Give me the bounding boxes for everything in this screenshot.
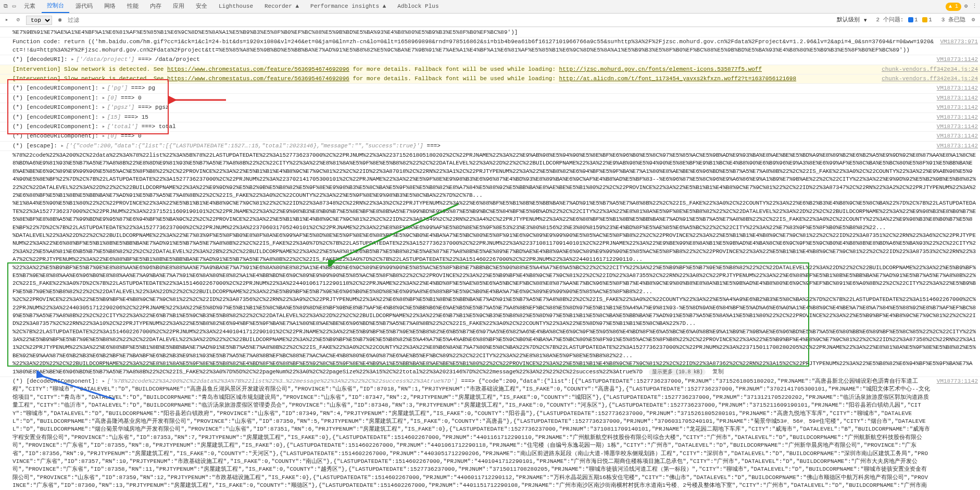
log-row: %E7%9B%91%E7%AE%A1%E4%BF%A1%E6%81%AF%E5%… — [0, 28, 980, 37]
source-link[interactable]: VM18773:1142 — [931, 94, 978, 102]
sidebar-toggle-icon[interactable]: ▸ — [3, 17, 10, 24]
tab-application[interactable]: 应用 — [168, 1, 190, 12]
tab-security[interactable]: 安全 — [191, 1, 212, 12]
source-link[interactable]: VM18773:1142 — [931, 114, 978, 121]
tab-sources[interactable]: 源代码 — [70, 1, 98, 12]
log-row: (*) [decodeURIComponent]: ▸['%7B%22code%… — [0, 377, 980, 490]
copy-button[interactable]: 复制 — [712, 369, 724, 375]
warning-badge[interactable]: ▲ 1 — [946, 3, 961, 11]
eye-icon[interactable]: ◉ — [56, 17, 64, 24]
tab-console[interactable]: 控制台 — [42, 0, 69, 13]
source-link[interactable]: chunk-vendors.ff342e34.js:24 — [875, 75, 978, 83]
log-row: (*) [encodeURIComponent]: ▸['pgsz'] ===>… — [0, 103, 980, 112]
log-row: (*) [encodeURIComponent]: ▸[15] ===> 15V… — [0, 113, 980, 122]
log-row: Function code: return (('hm.baidu.com/hm… — [0, 37, 980, 55]
source-link[interactable]: VM18773:1142 — [931, 378, 978, 385]
inspect-icon[interactable]: ⧉ — [2, 3, 9, 10]
source-link[interactable]: VM18773:1142 — [931, 142, 978, 150]
tab-network[interactable]: 网络 — [99, 1, 121, 12]
source-link[interactable]: VM18773:1142 — [931, 132, 978, 140]
source-link[interactable]: VM18773:971 — [934, 38, 978, 46]
log-row: (*) [escape]: ▸['{"code":200,"data":{"li… — [0, 142, 980, 151]
intervention-row: [Intervention] Slow network is detected.… — [0, 65, 980, 74]
clear-console-icon[interactable]: ⊘ — [15, 17, 22, 24]
tab-performance[interactable]: 性能 — [122, 1, 144, 12]
source-link[interactable]: VM18773:1142 — [931, 123, 978, 131]
tab-elements[interactable]: 元素 — [19, 1, 41, 12]
hidden-count: 3 条已隐 — [941, 16, 965, 24]
log-row: (*) [decodeURI]: ▸['/data/project'] ===>… — [0, 55, 980, 65]
tab-lighthouse[interactable]: Lighthouse — [213, 1, 258, 12]
levels-dropdown[interactable]: 默认级别 — [837, 16, 860, 24]
source-link[interactable]: VM18773:1142 — [931, 84, 978, 92]
show-more-badge[interactable]: 显示更多 (10.8 kB) — [649, 369, 706, 375]
console-toolbar: ▸ ⊘ top ◉ 默认级别 ▾ 2 个问题: 1 1 3 条已隐 ⚙ — [0, 14, 980, 27]
tab-recorder[interactable]: Recorder ▲ — [259, 1, 304, 12]
log-row: (*) [encodeURIComponent]: ▸[0] ===> 0VM1… — [0, 132, 980, 141]
settings-icon[interactable]: ⚙ — [962, 3, 970, 10]
source-link[interactable]: chunk-vendors.ff342e34.js:24 — [875, 66, 978, 73]
tab-perfinsights[interactable]: Performance insights ▲ — [305, 1, 391, 12]
gear-icon[interactable]: ⚙ — [970, 17, 977, 24]
log-row: (*) [encodeURIComponent]: ▸[0] ===> 0VM1… — [0, 94, 980, 103]
device-icon[interactable]: ▭ — [10, 3, 18, 10]
more-icon[interactable]: ⋮ — [971, 3, 978, 10]
log-row: (*) [encodeURIComponent]: ▸['total'] ===… — [0, 122, 980, 132]
log-row: %78%22code%22%3A200%2C%22data%22%3A%78%2… — [0, 151, 980, 377]
console-output[interactable]: %E7%9B%91%E7%AE%A1%E4%BF%A1%E6%81%AF%E5%… — [0, 27, 980, 490]
source-link[interactable]: VM18773:1142 — [931, 56, 978, 64]
context-select[interactable]: top — [26, 16, 52, 25]
filter-input[interactable] — [68, 17, 130, 23]
issues-label[interactable]: 2 个问题: 1 1 — [876, 16, 932, 24]
tab-memory[interactable]: 内存 — [145, 1, 167, 12]
source-link[interactable]: VM18773:1142 — [931, 104, 978, 111]
tab-adblock[interactable]: Adblock Plus — [392, 1, 444, 12]
log-row: (*) [encodeURIComponent]: ▸['pg'] ===> p… — [0, 84, 980, 93]
devtools-tabs: ⧉ ▭ 元素 控制台 源代码 网络 性能 内存 应用 安全 Lighthouse… — [0, 0, 980, 14]
intervention-row: [Intervention] Slow network is detected.… — [0, 74, 980, 84]
